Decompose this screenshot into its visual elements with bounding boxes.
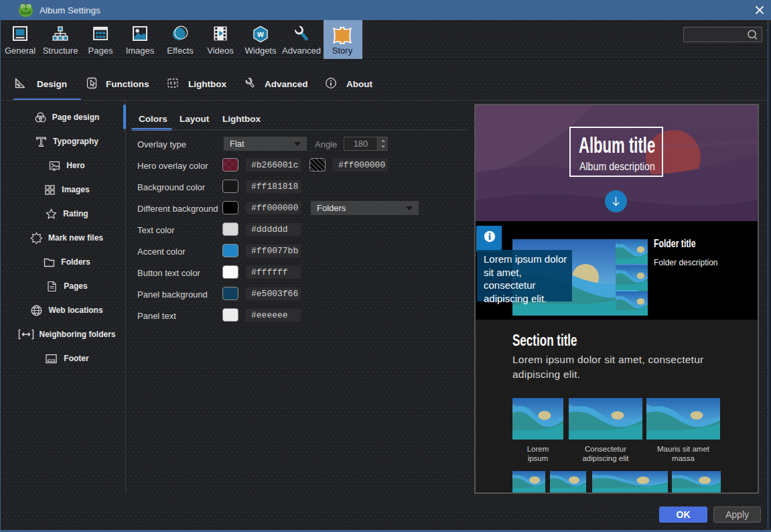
svg-text:w: w: [257, 29, 264, 39]
